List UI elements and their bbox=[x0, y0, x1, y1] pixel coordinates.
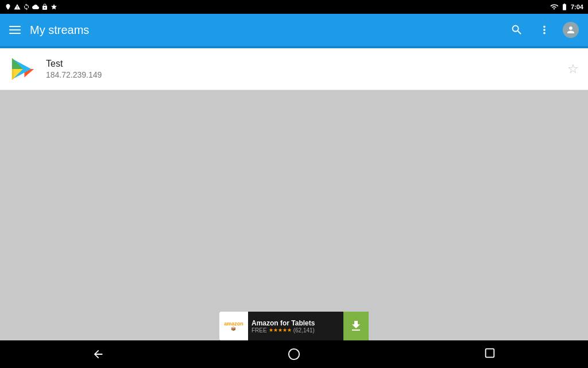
status-bar: 7:04 bbox=[0, 0, 588, 14]
battery-icon bbox=[560, 3, 568, 11]
menu-button[interactable] bbox=[9, 26, 21, 34]
more-options-button[interactable] bbox=[535, 21, 554, 39]
status-time: 7:04 bbox=[571, 3, 583, 10]
home-button[interactable] bbox=[277, 343, 311, 366]
location-icon bbox=[5, 3, 11, 10]
page-title: My streams bbox=[30, 24, 498, 37]
ad-logo-text: amazon bbox=[224, 321, 243, 327]
stream-ip: 184.72.239.149 bbox=[46, 70, 567, 79]
ad-stars: ★★★★★ bbox=[269, 327, 292, 333]
recent-apps-button[interactable] bbox=[473, 343, 507, 366]
wifi-icon bbox=[550, 3, 558, 11]
account-button[interactable] bbox=[563, 22, 579, 38]
ad-banner[interactable]: amazon 📦 Amazon for Tablets FREE ★★★★★ (… bbox=[219, 312, 369, 340]
alert-icon bbox=[14, 3, 21, 10]
stream-name: Test bbox=[46, 59, 567, 69]
ad-title: Amazon for Tablets bbox=[252, 319, 340, 327]
svg-rect-9 bbox=[486, 348, 494, 357]
ad-subtitle: FREE ★★★★★ (62,141) bbox=[252, 327, 340, 334]
ad-info: Amazon for Tablets FREE ★★★★★ (62,141) bbox=[248, 317, 343, 336]
search-button[interactable] bbox=[508, 21, 526, 39]
content-area: Test 184.72.239.149 ☆ bbox=[0, 48, 588, 90]
ad-free-label: FREE bbox=[252, 327, 267, 334]
sync-icon bbox=[23, 3, 30, 10]
status-bar-left bbox=[5, 3, 57, 10]
back-button[interactable] bbox=[81, 343, 115, 366]
ad-rating-count: (62,141) bbox=[293, 327, 315, 334]
status-bar-right: 7:04 bbox=[550, 3, 583, 11]
star-status-icon bbox=[51, 3, 57, 10]
stream-logo-icon bbox=[9, 55, 37, 83]
svg-point-8 bbox=[289, 349, 299, 359]
ad-logo: amazon 📦 bbox=[219, 312, 248, 340]
download-icon bbox=[349, 319, 363, 333]
app-bar: My streams bbox=[0, 14, 588, 46]
stream-card[interactable]: Test 184.72.239.149 ☆ bbox=[0, 48, 588, 90]
lock-icon bbox=[41, 3, 48, 10]
nav-bar bbox=[0, 340, 588, 368]
ad-download-button[interactable] bbox=[343, 312, 369, 340]
favorite-button[interactable]: ☆ bbox=[567, 62, 579, 76]
stream-info: Test 184.72.239.149 bbox=[46, 59, 567, 79]
cloud-icon bbox=[32, 3, 39, 10]
